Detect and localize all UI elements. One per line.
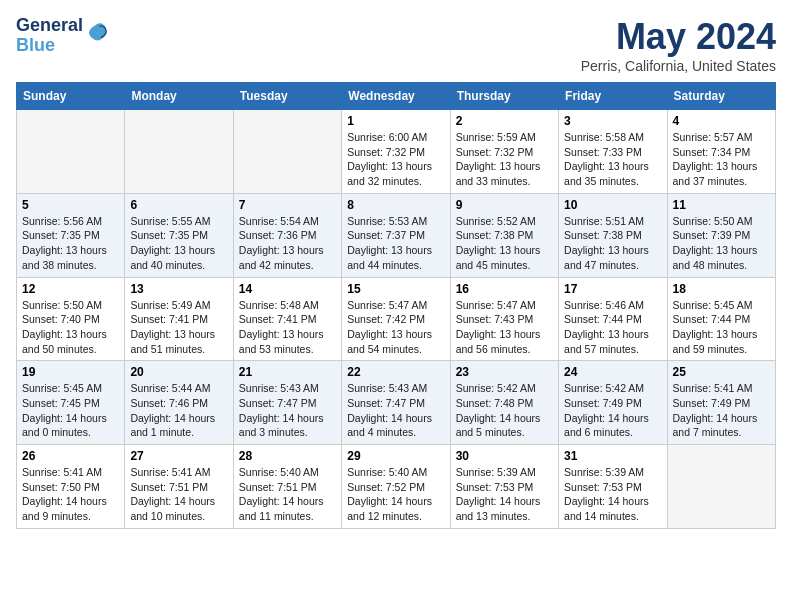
- table-row: 11Sunrise: 5:50 AM Sunset: 7:39 PM Dayli…: [667, 193, 775, 277]
- day-info: Sunrise: 5:43 AM Sunset: 7:47 PM Dayligh…: [347, 381, 444, 440]
- table-row: 25Sunrise: 5:41 AM Sunset: 7:49 PM Dayli…: [667, 361, 775, 445]
- col-tuesday: Tuesday: [233, 83, 341, 110]
- day-number: 8: [347, 198, 444, 212]
- day-info: Sunrise: 5:39 AM Sunset: 7:53 PM Dayligh…: [564, 465, 661, 524]
- day-info: Sunrise: 5:59 AM Sunset: 7:32 PM Dayligh…: [456, 130, 553, 189]
- table-row: 14Sunrise: 5:48 AM Sunset: 7:41 PM Dayli…: [233, 277, 341, 361]
- table-row: [667, 445, 775, 529]
- table-row: [17, 110, 125, 194]
- title-block: May 2024 Perris, California, United Stat…: [581, 16, 776, 74]
- day-info: Sunrise: 5:44 AM Sunset: 7:46 PM Dayligh…: [130, 381, 227, 440]
- page-header: GeneralBlue May 2024 Perris, California,…: [16, 16, 776, 74]
- day-number: 4: [673, 114, 770, 128]
- day-number: 28: [239, 449, 336, 463]
- col-thursday: Thursday: [450, 83, 558, 110]
- table-row: 26Sunrise: 5:41 AM Sunset: 7:50 PM Dayli…: [17, 445, 125, 529]
- table-row: [233, 110, 341, 194]
- day-info: Sunrise: 5:42 AM Sunset: 7:49 PM Dayligh…: [564, 381, 661, 440]
- day-number: 2: [456, 114, 553, 128]
- day-number: 24: [564, 365, 661, 379]
- table-row: 2Sunrise: 5:59 AM Sunset: 7:32 PM Daylig…: [450, 110, 558, 194]
- day-number: 10: [564, 198, 661, 212]
- day-info: Sunrise: 5:42 AM Sunset: 7:48 PM Dayligh…: [456, 381, 553, 440]
- day-number: 18: [673, 282, 770, 296]
- day-number: 3: [564, 114, 661, 128]
- day-info: Sunrise: 5:41 AM Sunset: 7:51 PM Dayligh…: [130, 465, 227, 524]
- day-number: 31: [564, 449, 661, 463]
- day-number: 7: [239, 198, 336, 212]
- calendar-week-row: 12Sunrise: 5:50 AM Sunset: 7:40 PM Dayli…: [17, 277, 776, 361]
- day-number: 25: [673, 365, 770, 379]
- day-number: 11: [673, 198, 770, 212]
- table-row: 15Sunrise: 5:47 AM Sunset: 7:42 PM Dayli…: [342, 277, 450, 361]
- day-info: Sunrise: 5:53 AM Sunset: 7:37 PM Dayligh…: [347, 214, 444, 273]
- day-number: 22: [347, 365, 444, 379]
- calendar-week-row: 1Sunrise: 6:00 AM Sunset: 7:32 PM Daylig…: [17, 110, 776, 194]
- day-info: Sunrise: 5:55 AM Sunset: 7:35 PM Dayligh…: [130, 214, 227, 273]
- day-number: 26: [22, 449, 119, 463]
- day-number: 15: [347, 282, 444, 296]
- calendar-week-row: 5Sunrise: 5:56 AM Sunset: 7:35 PM Daylig…: [17, 193, 776, 277]
- day-number: 27: [130, 449, 227, 463]
- day-number: 1: [347, 114, 444, 128]
- col-saturday: Saturday: [667, 83, 775, 110]
- day-info: Sunrise: 5:45 AM Sunset: 7:45 PM Dayligh…: [22, 381, 119, 440]
- day-info: Sunrise: 5:46 AM Sunset: 7:44 PM Dayligh…: [564, 298, 661, 357]
- table-row: 24Sunrise: 5:42 AM Sunset: 7:49 PM Dayli…: [559, 361, 667, 445]
- table-row: 30Sunrise: 5:39 AM Sunset: 7:53 PM Dayli…: [450, 445, 558, 529]
- day-info: Sunrise: 5:40 AM Sunset: 7:51 PM Dayligh…: [239, 465, 336, 524]
- day-info: Sunrise: 5:45 AM Sunset: 7:44 PM Dayligh…: [673, 298, 770, 357]
- col-friday: Friday: [559, 83, 667, 110]
- table-row: 3Sunrise: 5:58 AM Sunset: 7:33 PM Daylig…: [559, 110, 667, 194]
- day-number: 29: [347, 449, 444, 463]
- day-info: Sunrise: 5:50 AM Sunset: 7:39 PM Dayligh…: [673, 214, 770, 273]
- day-number: 5: [22, 198, 119, 212]
- table-row: 19Sunrise: 5:45 AM Sunset: 7:45 PM Dayli…: [17, 361, 125, 445]
- day-info: Sunrise: 5:58 AM Sunset: 7:33 PM Dayligh…: [564, 130, 661, 189]
- day-number: 21: [239, 365, 336, 379]
- table-row: 1Sunrise: 6:00 AM Sunset: 7:32 PM Daylig…: [342, 110, 450, 194]
- day-info: Sunrise: 5:50 AM Sunset: 7:40 PM Dayligh…: [22, 298, 119, 357]
- day-number: 16: [456, 282, 553, 296]
- table-row: 22Sunrise: 5:43 AM Sunset: 7:47 PM Dayli…: [342, 361, 450, 445]
- table-row: 21Sunrise: 5:43 AM Sunset: 7:47 PM Dayli…: [233, 361, 341, 445]
- table-row: 27Sunrise: 5:41 AM Sunset: 7:51 PM Dayli…: [125, 445, 233, 529]
- table-row: 18Sunrise: 5:45 AM Sunset: 7:44 PM Dayli…: [667, 277, 775, 361]
- table-row: 6Sunrise: 5:55 AM Sunset: 7:35 PM Daylig…: [125, 193, 233, 277]
- day-number: 23: [456, 365, 553, 379]
- day-info: Sunrise: 6:00 AM Sunset: 7:32 PM Dayligh…: [347, 130, 444, 189]
- day-info: Sunrise: 5:47 AM Sunset: 7:42 PM Dayligh…: [347, 298, 444, 357]
- col-monday: Monday: [125, 83, 233, 110]
- day-info: Sunrise: 5:39 AM Sunset: 7:53 PM Dayligh…: [456, 465, 553, 524]
- day-number: 19: [22, 365, 119, 379]
- day-number: 6: [130, 198, 227, 212]
- day-number: 20: [130, 365, 227, 379]
- table-row: 23Sunrise: 5:42 AM Sunset: 7:48 PM Dayli…: [450, 361, 558, 445]
- day-info: Sunrise: 5:52 AM Sunset: 7:38 PM Dayligh…: [456, 214, 553, 273]
- table-row: 16Sunrise: 5:47 AM Sunset: 7:43 PM Dayli…: [450, 277, 558, 361]
- calendar-table: Sunday Monday Tuesday Wednesday Thursday…: [16, 82, 776, 529]
- col-wednesday: Wednesday: [342, 83, 450, 110]
- table-row: 9Sunrise: 5:52 AM Sunset: 7:38 PM Daylig…: [450, 193, 558, 277]
- table-row: 20Sunrise: 5:44 AM Sunset: 7:46 PM Dayli…: [125, 361, 233, 445]
- month-title: May 2024: [581, 16, 776, 58]
- day-info: Sunrise: 5:48 AM Sunset: 7:41 PM Dayligh…: [239, 298, 336, 357]
- day-number: 9: [456, 198, 553, 212]
- calendar-week-row: 19Sunrise: 5:45 AM Sunset: 7:45 PM Dayli…: [17, 361, 776, 445]
- calendar-week-row: 26Sunrise: 5:41 AM Sunset: 7:50 PM Dayli…: [17, 445, 776, 529]
- day-number: 12: [22, 282, 119, 296]
- day-info: Sunrise: 5:54 AM Sunset: 7:36 PM Dayligh…: [239, 214, 336, 273]
- day-number: 14: [239, 282, 336, 296]
- day-number: 13: [130, 282, 227, 296]
- table-row: 7Sunrise: 5:54 AM Sunset: 7:36 PM Daylig…: [233, 193, 341, 277]
- day-info: Sunrise: 5:41 AM Sunset: 7:49 PM Dayligh…: [673, 381, 770, 440]
- day-info: Sunrise: 5:41 AM Sunset: 7:50 PM Dayligh…: [22, 465, 119, 524]
- day-info: Sunrise: 5:56 AM Sunset: 7:35 PM Dayligh…: [22, 214, 119, 273]
- table-row: 31Sunrise: 5:39 AM Sunset: 7:53 PM Dayli…: [559, 445, 667, 529]
- day-info: Sunrise: 5:49 AM Sunset: 7:41 PM Dayligh…: [130, 298, 227, 357]
- day-info: Sunrise: 5:57 AM Sunset: 7:34 PM Dayligh…: [673, 130, 770, 189]
- logo: GeneralBlue: [16, 16, 109, 56]
- table-row: 4Sunrise: 5:57 AM Sunset: 7:34 PM Daylig…: [667, 110, 775, 194]
- table-row: 5Sunrise: 5:56 AM Sunset: 7:35 PM Daylig…: [17, 193, 125, 277]
- day-info: Sunrise: 5:43 AM Sunset: 7:47 PM Dayligh…: [239, 381, 336, 440]
